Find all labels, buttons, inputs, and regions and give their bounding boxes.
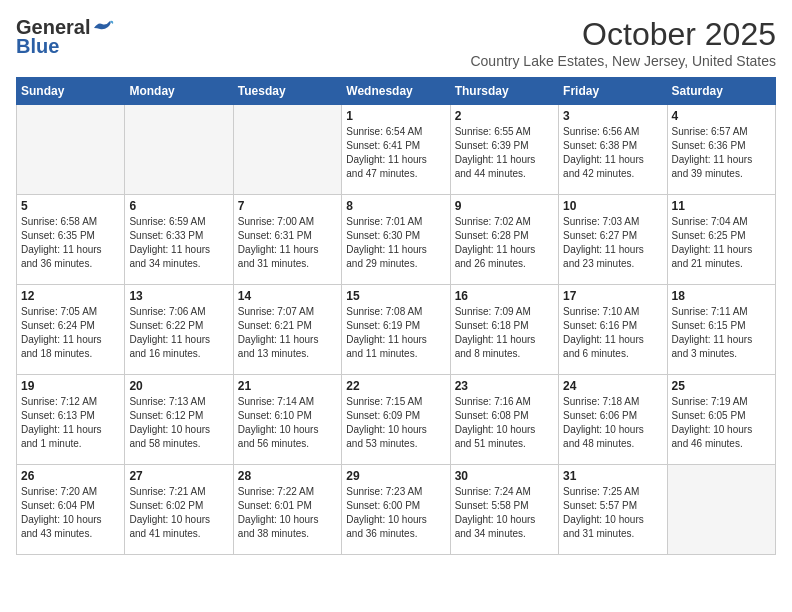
- day-number: 27: [129, 469, 228, 483]
- calendar-cell: 7Sunrise: 7:00 AM Sunset: 6:31 PM Daylig…: [233, 195, 341, 285]
- day-number: 12: [21, 289, 120, 303]
- day-info: Sunrise: 6:55 AM Sunset: 6:39 PM Dayligh…: [455, 125, 554, 181]
- day-number: 22: [346, 379, 445, 393]
- day-info: Sunrise: 7:23 AM Sunset: 6:00 PM Dayligh…: [346, 485, 445, 541]
- day-info: Sunrise: 6:58 AM Sunset: 6:35 PM Dayligh…: [21, 215, 120, 271]
- day-number: 10: [563, 199, 662, 213]
- day-info: Sunrise: 7:01 AM Sunset: 6:30 PM Dayligh…: [346, 215, 445, 271]
- day-number: 11: [672, 199, 771, 213]
- calendar-cell: 22Sunrise: 7:15 AM Sunset: 6:09 PM Dayli…: [342, 375, 450, 465]
- day-info: Sunrise: 7:06 AM Sunset: 6:22 PM Dayligh…: [129, 305, 228, 361]
- day-number: 14: [238, 289, 337, 303]
- calendar-cell: 13Sunrise: 7:06 AM Sunset: 6:22 PM Dayli…: [125, 285, 233, 375]
- calendar-week-row: 19Sunrise: 7:12 AM Sunset: 6:13 PM Dayli…: [17, 375, 776, 465]
- day-header-tuesday: Tuesday: [233, 78, 341, 105]
- calendar-cell: 28Sunrise: 7:22 AM Sunset: 6:01 PM Dayli…: [233, 465, 341, 555]
- calendar-week-row: 1Sunrise: 6:54 AM Sunset: 6:41 PM Daylig…: [17, 105, 776, 195]
- calendar-cell: 25Sunrise: 7:19 AM Sunset: 6:05 PM Dayli…: [667, 375, 775, 465]
- day-info: Sunrise: 7:13 AM Sunset: 6:12 PM Dayligh…: [129, 395, 228, 451]
- day-number: 23: [455, 379, 554, 393]
- calendar-cell: 12Sunrise: 7:05 AM Sunset: 6:24 PM Dayli…: [17, 285, 125, 375]
- day-info: Sunrise: 7:02 AM Sunset: 6:28 PM Dayligh…: [455, 215, 554, 271]
- day-info: Sunrise: 7:20 AM Sunset: 6:04 PM Dayligh…: [21, 485, 120, 541]
- day-header-friday: Friday: [559, 78, 667, 105]
- day-info: Sunrise: 6:56 AM Sunset: 6:38 PM Dayligh…: [563, 125, 662, 181]
- calendar-header-row: SundayMondayTuesdayWednesdayThursdayFrid…: [17, 78, 776, 105]
- calendar-week-row: 12Sunrise: 7:05 AM Sunset: 6:24 PM Dayli…: [17, 285, 776, 375]
- day-number: 8: [346, 199, 445, 213]
- logo: General Blue: [16, 16, 114, 58]
- calendar-cell: 19Sunrise: 7:12 AM Sunset: 6:13 PM Dayli…: [17, 375, 125, 465]
- calendar-cell: 8Sunrise: 7:01 AM Sunset: 6:30 PM Daylig…: [342, 195, 450, 285]
- calendar-cell: 5Sunrise: 6:58 AM Sunset: 6:35 PM Daylig…: [17, 195, 125, 285]
- calendar-cell: [233, 105, 341, 195]
- page-header: General Blue October 2025 Country Lake E…: [16, 16, 776, 69]
- day-info: Sunrise: 7:25 AM Sunset: 5:57 PM Dayligh…: [563, 485, 662, 541]
- calendar-cell: 17Sunrise: 7:10 AM Sunset: 6:16 PM Dayli…: [559, 285, 667, 375]
- day-info: Sunrise: 7:18 AM Sunset: 6:06 PM Dayligh…: [563, 395, 662, 451]
- title-section: October 2025 Country Lake Estates, New J…: [470, 16, 776, 69]
- day-header-wednesday: Wednesday: [342, 78, 450, 105]
- calendar-cell: 4Sunrise: 6:57 AM Sunset: 6:36 PM Daylig…: [667, 105, 775, 195]
- calendar-cell: 18Sunrise: 7:11 AM Sunset: 6:15 PM Dayli…: [667, 285, 775, 375]
- day-info: Sunrise: 7:21 AM Sunset: 6:02 PM Dayligh…: [129, 485, 228, 541]
- day-number: 24: [563, 379, 662, 393]
- day-number: 21: [238, 379, 337, 393]
- calendar-cell: 24Sunrise: 7:18 AM Sunset: 6:06 PM Dayli…: [559, 375, 667, 465]
- day-header-monday: Monday: [125, 78, 233, 105]
- calendar-cell: 15Sunrise: 7:08 AM Sunset: 6:19 PM Dayli…: [342, 285, 450, 375]
- calendar-cell: 14Sunrise: 7:07 AM Sunset: 6:21 PM Dayli…: [233, 285, 341, 375]
- day-info: Sunrise: 7:00 AM Sunset: 6:31 PM Dayligh…: [238, 215, 337, 271]
- day-info: Sunrise: 7:14 AM Sunset: 6:10 PM Dayligh…: [238, 395, 337, 451]
- day-number: 9: [455, 199, 554, 213]
- month-title: October 2025: [470, 16, 776, 53]
- day-number: 30: [455, 469, 554, 483]
- day-number: 3: [563, 109, 662, 123]
- calendar-cell: 31Sunrise: 7:25 AM Sunset: 5:57 PM Dayli…: [559, 465, 667, 555]
- day-info: Sunrise: 7:08 AM Sunset: 6:19 PM Dayligh…: [346, 305, 445, 361]
- day-header-sunday: Sunday: [17, 78, 125, 105]
- calendar-cell: 21Sunrise: 7:14 AM Sunset: 6:10 PM Dayli…: [233, 375, 341, 465]
- day-number: 25: [672, 379, 771, 393]
- calendar-cell: [17, 105, 125, 195]
- day-info: Sunrise: 7:22 AM Sunset: 6:01 PM Dayligh…: [238, 485, 337, 541]
- day-number: 4: [672, 109, 771, 123]
- calendar-cell: 16Sunrise: 7:09 AM Sunset: 6:18 PM Dayli…: [450, 285, 558, 375]
- calendar-cell: 2Sunrise: 6:55 AM Sunset: 6:39 PM Daylig…: [450, 105, 558, 195]
- calendar-cell: 23Sunrise: 7:16 AM Sunset: 6:08 PM Dayli…: [450, 375, 558, 465]
- day-info: Sunrise: 7:03 AM Sunset: 6:27 PM Dayligh…: [563, 215, 662, 271]
- calendar-cell: 20Sunrise: 7:13 AM Sunset: 6:12 PM Dayli…: [125, 375, 233, 465]
- calendar-cell: 6Sunrise: 6:59 AM Sunset: 6:33 PM Daylig…: [125, 195, 233, 285]
- calendar-cell: 26Sunrise: 7:20 AM Sunset: 6:04 PM Dayli…: [17, 465, 125, 555]
- calendar-cell: [125, 105, 233, 195]
- calendar-cell: 3Sunrise: 6:56 AM Sunset: 6:38 PM Daylig…: [559, 105, 667, 195]
- day-number: 1: [346, 109, 445, 123]
- day-number: 6: [129, 199, 228, 213]
- day-info: Sunrise: 6:59 AM Sunset: 6:33 PM Dayligh…: [129, 215, 228, 271]
- day-info: Sunrise: 7:11 AM Sunset: 6:15 PM Dayligh…: [672, 305, 771, 361]
- day-info: Sunrise: 6:57 AM Sunset: 6:36 PM Dayligh…: [672, 125, 771, 181]
- day-number: 13: [129, 289, 228, 303]
- day-number: 18: [672, 289, 771, 303]
- day-info: Sunrise: 7:07 AM Sunset: 6:21 PM Dayligh…: [238, 305, 337, 361]
- day-number: 20: [129, 379, 228, 393]
- day-number: 28: [238, 469, 337, 483]
- day-info: Sunrise: 7:12 AM Sunset: 6:13 PM Dayligh…: [21, 395, 120, 451]
- day-number: 16: [455, 289, 554, 303]
- day-number: 7: [238, 199, 337, 213]
- day-header-thursday: Thursday: [450, 78, 558, 105]
- calendar-cell: 10Sunrise: 7:03 AM Sunset: 6:27 PM Dayli…: [559, 195, 667, 285]
- calendar-week-row: 26Sunrise: 7:20 AM Sunset: 6:04 PM Dayli…: [17, 465, 776, 555]
- calendar-cell: 1Sunrise: 6:54 AM Sunset: 6:41 PM Daylig…: [342, 105, 450, 195]
- logo-bird-icon: [92, 20, 114, 36]
- calendar-cell: 9Sunrise: 7:02 AM Sunset: 6:28 PM Daylig…: [450, 195, 558, 285]
- day-header-saturday: Saturday: [667, 78, 775, 105]
- day-number: 17: [563, 289, 662, 303]
- calendar-table: SundayMondayTuesdayWednesdayThursdayFrid…: [16, 77, 776, 555]
- day-number: 15: [346, 289, 445, 303]
- day-info: Sunrise: 7:24 AM Sunset: 5:58 PM Dayligh…: [455, 485, 554, 541]
- day-number: 5: [21, 199, 120, 213]
- day-info: Sunrise: 7:16 AM Sunset: 6:08 PM Dayligh…: [455, 395, 554, 451]
- day-info: Sunrise: 6:54 AM Sunset: 6:41 PM Dayligh…: [346, 125, 445, 181]
- day-info: Sunrise: 7:10 AM Sunset: 6:16 PM Dayligh…: [563, 305, 662, 361]
